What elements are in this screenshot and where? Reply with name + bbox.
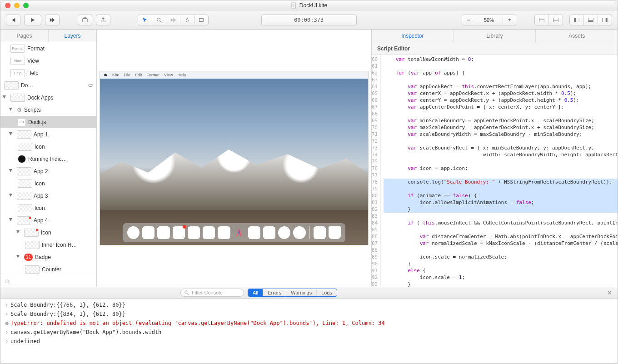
layer-app3[interactable]: App 3 <box>0 189 96 202</box>
svg-rect-8 <box>574 18 576 22</box>
layer-app1-icon[interactable]: Icon <box>0 140 96 153</box>
console-tab-warnings[interactable]: Warnings <box>286 289 316 296</box>
badge-pill: 11 <box>24 254 33 261</box>
minimize-icon[interactable] <box>14 3 20 8</box>
pan-tool[interactable] <box>166 17 180 23</box>
console-toolbar: Filter Console All Errors Warnings Logs … <box>0 287 618 299</box>
svg-rect-5 <box>539 18 544 22</box>
layer-app2[interactable]: App 2 <box>0 165 96 177</box>
select-tool[interactable] <box>138 17 152 23</box>
tool-segmented[interactable] <box>138 15 209 25</box>
console-close-button[interactable]: ✕ <box>605 289 614 296</box>
zoom-tool[interactable] <box>152 17 166 23</box>
timecode-display[interactable]: 00:00:373 <box>261 15 357 25</box>
zoom-value: 50% <box>475 17 503 23</box>
scripts-icon <box>17 107 22 113</box>
svg-point-14 <box>5 279 9 283</box>
script-editor-header: Script Editor <box>372 42 618 55</box>
traffic-lights <box>5 3 29 8</box>
tab-inspector[interactable]: Inspector <box>372 30 454 42</box>
layer-inner-icon[interactable]: Inner Icon R… <box>0 239 96 251</box>
layer-help[interactable]: HelpHelp <box>0 67 96 79</box>
console-filter-input[interactable]: Filter Console <box>180 289 244 297</box>
layer-format[interactable]: FormatFormat <box>0 42 96 55</box>
preview-menubar: Kite File Edit Format View Help <box>100 71 368 79</box>
layer-list[interactable]: FormatFormat ViewView HelpHelp Do… Dock … <box>0 42 96 276</box>
layer-do[interactable]: Do… <box>0 79 96 91</box>
svg-rect-12 <box>606 18 608 22</box>
window-title: DockUI.kite <box>291 2 327 9</box>
layer-app3-icon[interactable]: Icon <box>0 202 96 214</box>
tab-layers[interactable]: Layers <box>48 30 96 42</box>
layer-app4[interactable]: App 4 <box>0 214 96 226</box>
svg-rect-4 <box>199 18 204 21</box>
preview-window: Kite File Edit Format View Help <box>100 71 369 245</box>
search-icon <box>184 289 190 296</box>
console-filter-seg[interactable]: All Errors Warnings Logs <box>248 289 337 297</box>
app-window: DockUI.kite <box>0 0 618 364</box>
console-output[interactable]: ›Scale Boundry:{{766, 1}, {612, 80}}›Sca… <box>0 299 618 363</box>
tab-assets[interactable]: Assets <box>535 30 618 42</box>
console-filter-placeholder: Filter Console <box>192 290 223 295</box>
toolbar: 00:00:373 − 50% + <box>0 10 618 30</box>
inspector-panel: Inspector Library Assets Script Editor 6… <box>371 30 618 287</box>
sidebar-search[interactable] <box>0 276 96 287</box>
svg-point-3 <box>157 18 160 21</box>
window-title-text: DockUI.kite <box>299 2 327 9</box>
search-icon <box>4 279 10 285</box>
layer-app2-icon[interactable]: Icon <box>0 177 96 189</box>
zoom-in-button[interactable]: + <box>503 17 516 23</box>
canvas[interactable]: Kite File Edit Format View Help <box>97 30 371 287</box>
layer-app4-icon[interactable]: Icon <box>0 226 96 239</box>
sidebar-tabs: Pages Layers <box>0 30 96 42</box>
close-icon[interactable] <box>5 3 10 8</box>
tab-pages[interactable]: Pages <box>0 30 48 42</box>
pen-tool[interactable] <box>180 17 194 23</box>
rewind-button[interactable] <box>6 15 20 25</box>
console-tab-all[interactable]: All <box>248 289 263 296</box>
play-button[interactable] <box>24 15 41 25</box>
layer-dockjs[interactable]: Dock.js <box>0 116 96 128</box>
code-editor[interactable]: 6061626364656667686970717273747576777879… <box>372 55 618 287</box>
svg-rect-10 <box>588 20 593 22</box>
code-gutter: 6061626364656667686970717273747576777879… <box>372 55 381 287</box>
zoom-icon[interactable] <box>23 3 29 8</box>
sidebar: Pages Layers FormatFormat ViewView HelpH… <box>0 30 97 287</box>
zoom-out-button[interactable]: − <box>462 17 475 23</box>
svg-rect-6 <box>553 18 558 22</box>
js-icon <box>18 118 26 126</box>
timecode-text: 00:00:373 <box>294 17 324 23</box>
inspector-tabs: Inspector Library Assets <box>372 30 618 42</box>
share-button[interactable] <box>96 15 110 25</box>
svg-point-15 <box>185 291 188 294</box>
kite-icon <box>233 226 245 239</box>
layer-running-indic[interactable]: Running Indic… <box>0 153 96 165</box>
preview-dock <box>123 223 345 242</box>
panel-toggle-left[interactable] <box>534 15 563 25</box>
code-body[interactable]: var totalNewIconWidth = 0; for (var app … <box>381 55 618 287</box>
svg-point-13 <box>88 84 93 86</box>
console-tab-errors[interactable]: Errors <box>263 289 286 296</box>
layer-scripts-folder[interactable]: Scripts <box>0 104 96 116</box>
link-icon <box>87 82 94 89</box>
panel-toggle-right[interactable] <box>569 15 612 25</box>
layer-counter[interactable]: Counter <box>0 263 96 275</box>
zoom-stepper[interactable]: − 50% + <box>462 15 516 25</box>
layer-app1[interactable]: App 1 <box>0 128 96 140</box>
layer-badge[interactable]: 11Badge <box>0 251 96 263</box>
console-tab-logs[interactable]: Logs <box>316 289 337 296</box>
layer-dock-apps[interactable]: Dock Apps <box>0 91 96 104</box>
layer-view[interactable]: ViewView <box>0 55 96 67</box>
fast-forward-button[interactable] <box>45 15 60 25</box>
apple-icon <box>104 73 108 78</box>
rect-tool[interactable] <box>194 17 208 23</box>
titlebar: DockUI.kite <box>0 0 618 10</box>
tab-library[interactable]: Library <box>454 30 536 42</box>
document-icon <box>291 2 297 9</box>
export-button[interactable] <box>78 15 92 25</box>
